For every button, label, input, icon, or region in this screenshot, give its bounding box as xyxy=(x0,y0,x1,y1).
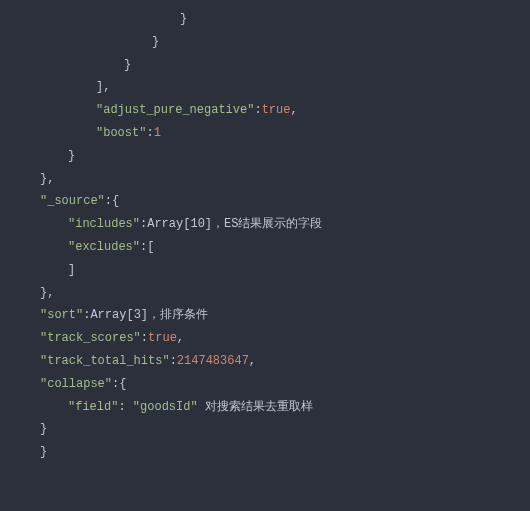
json-key: "_source" xyxy=(40,194,105,208)
json-bool: true xyxy=(262,103,291,117)
json-number: 2147483647 xyxy=(177,354,249,368)
json-key: "collapse" xyxy=(40,377,112,391)
json-number: 1 xyxy=(154,126,161,140)
code-line: } xyxy=(12,31,518,54)
code-line: } xyxy=(12,441,518,464)
code-line: "collapse":{ xyxy=(12,373,518,396)
code-line: } xyxy=(12,418,518,441)
code-line: } xyxy=(12,8,518,31)
code-line: "track_scores":true, xyxy=(12,327,518,350)
inline-comment: 对搜索结果去重取样 xyxy=(198,400,313,414)
code-line: "excludes":[ xyxy=(12,236,518,259)
brace-close: }, xyxy=(40,286,54,300)
json-key: "adjust_pure_negative" xyxy=(96,103,254,117)
brace-close: } xyxy=(124,58,131,72)
brace-close: } xyxy=(40,445,47,459)
code-line: } xyxy=(12,145,518,168)
code-line: ], xyxy=(12,76,518,99)
json-key: "excludes" xyxy=(68,240,140,254)
code-line: "track_total_hits":2147483647, xyxy=(12,350,518,373)
code-line: } xyxy=(12,54,518,77)
code-line: "_source":{ xyxy=(12,190,518,213)
brace-close: } xyxy=(40,422,47,436)
array-ref: Array[10] xyxy=(147,217,212,231)
code-line: }, xyxy=(12,282,518,305)
code-line: }, xyxy=(12,168,518,191)
json-key: "boost" xyxy=(96,126,146,140)
code-line: "boost":1 xyxy=(12,122,518,145)
json-bool: true xyxy=(148,331,177,345)
json-key: "includes" xyxy=(68,217,140,231)
json-string: "goodsId" xyxy=(133,400,198,414)
inline-comment: ，排序条件 xyxy=(148,308,208,322)
bracket-close: ], xyxy=(96,80,110,94)
inline-comment: ，ES结果展示的字段 xyxy=(212,217,322,231)
code-line: "sort":Array[3]，排序条件 xyxy=(12,304,518,327)
code-line: "field": "goodsId" 对搜索结果去重取样 xyxy=(12,396,518,419)
json-key: "track_scores" xyxy=(40,331,141,345)
code-line: "includes":Array[10]，ES结果展示的字段 xyxy=(12,213,518,236)
brace-close: }, xyxy=(40,172,54,186)
json-key: "sort" xyxy=(40,308,83,322)
array-ref: Array[3] xyxy=(90,308,148,322)
brace-close: } xyxy=(180,12,187,26)
brace-close: } xyxy=(68,149,75,163)
json-key: "field" xyxy=(68,400,118,414)
code-block: } } } ], "adjust_pure_negative":true, "b… xyxy=(12,8,518,464)
code-line: "adjust_pure_negative":true, xyxy=(12,99,518,122)
code-line: ] xyxy=(12,259,518,282)
brace-close: } xyxy=(152,35,159,49)
json-key: "track_total_hits" xyxy=(40,354,170,368)
bracket-close: ] xyxy=(68,263,75,277)
